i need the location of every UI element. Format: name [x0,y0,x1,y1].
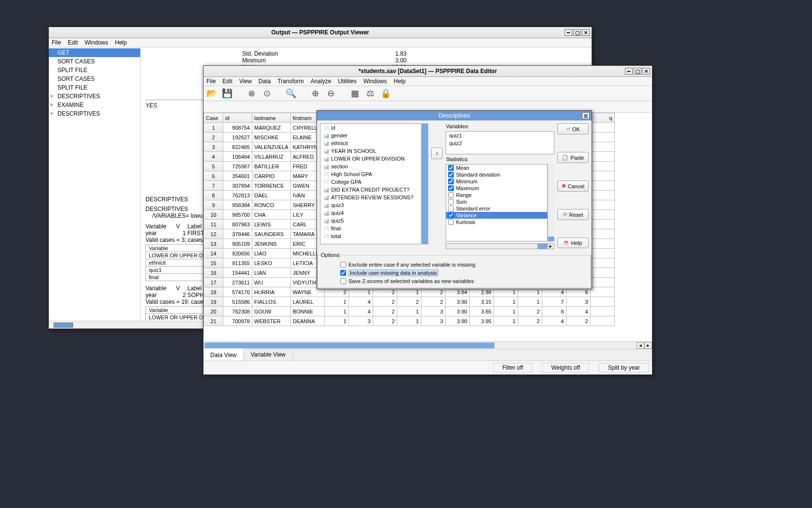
move-variable-button[interactable]: › [431,148,443,159]
go-to-case-icon[interactable]: ⊗ [246,88,257,99]
option-item[interactable]: Exclude entire case if any selected vari… [321,261,588,269]
option-checkbox[interactable] [340,270,346,276]
tree-item[interactable]: GET [49,48,140,57]
variable-item[interactable]: 📄final [320,224,421,232]
stat-item[interactable]: Mean [446,164,547,171]
weights-status: Weights off [542,363,589,373]
stat-item[interactable]: Range [446,192,547,198]
stat-item[interactable]: Sum [446,198,547,205]
reset-button[interactable]: ⟳Reset [557,209,589,220]
insert-variable-icon[interactable]: ⊖ [325,88,336,99]
selected-variables-list[interactable]: quiz1quiz2 [446,131,554,154]
option-item[interactable]: Include user-missing data in analysis [321,269,588,277]
close-icon[interactable]: ✕ [642,68,650,75]
option-item[interactable]: Save Z-scores of selected variables as n… [321,277,588,285]
stat-checkbox[interactable] [448,172,454,178]
tree-item[interactable]: DESCRIPTIVES [49,92,140,101]
variable-item[interactable]: 📄High School GPA [320,170,421,178]
stat-checkbox[interactable] [448,212,454,218]
value-labels-icon[interactable]: 🔒 [380,88,391,99]
stat-item[interactable]: Kurtosis [446,219,547,225]
cancel-button[interactable]: ✖Cancel [557,180,589,192]
menu-edit[interactable]: Edit [68,39,78,46]
find-icon[interactable]: 🔍 [286,88,296,99]
maximize-icon[interactable]: ▢ [634,68,641,75]
menu-file[interactable]: File [206,78,216,85]
tree-item[interactable]: DESCRIPTIVES [49,109,140,118]
stat-item[interactable]: Standard error [446,205,547,212]
variable-item[interactable]: 📊gender [320,132,421,139]
weight-cases-icon[interactable]: ⚖ [365,88,376,99]
variable-item[interactable]: 📊YEAR IN SCHOOL [320,147,421,155]
help-button[interactable]: ⛑Help [557,238,589,248]
option-checkbox[interactable] [340,278,346,284]
menu-file[interactable]: File [52,39,61,46]
stat-checkbox[interactable] [448,192,454,198]
split-file-icon[interactable]: ▦ [349,88,360,99]
tab-variable-view[interactable]: Variable View [244,349,292,360]
selected-variable[interactable]: quiz2 [446,139,553,147]
variable-item[interactable]: 📊quiz5 [320,217,421,224]
document-icon: 📄 [323,172,329,177]
menu-utilities[interactable]: Utilities [338,78,357,85]
tree-item[interactable]: SORT CASES [49,75,140,83]
document-icon: 📄 [323,179,329,185]
menu-windows[interactable]: Windows [85,39,108,46]
variable-item[interactable]: 📊DID EXTRA CREDIT PROJECT? [320,186,421,194]
stat-checkbox[interactable] [448,185,454,191]
stat-item[interactable]: Maximum [446,185,547,192]
output-titlebar[interactable]: Output — PSPPPIRE Output Viewer ━ ▢ ✕ [49,27,592,38]
stat-checkbox[interactable] [448,165,454,171]
save-icon[interactable]: 💾 [222,88,232,99]
stat-item[interactable]: Variance [446,212,547,219]
tree-item[interactable]: EXAMINE [49,101,140,109]
variable-item[interactable]: 📊quiz4 [320,209,421,217]
stat-item[interactable]: Minimum [446,178,547,185]
variable-item[interactable]: 📄id [320,124,421,132]
menu-data[interactable]: Data [259,78,271,85]
variable-item[interactable]: 📊section [320,163,421,170]
option-checkbox[interactable] [340,262,346,268]
data-hscrollbar[interactable]: ◄► [203,341,652,349]
output-tree[interactable]: GETSORT CASESSPLIT FILESORT CASESSPLIT F… [49,47,141,321]
stat-checkbox[interactable] [448,199,454,205]
variable-item[interactable]: 📊ethnicit [320,139,421,147]
stat-checkbox[interactable] [448,179,454,184]
document-icon: 📄 [323,125,329,131]
dialog-titlebar[interactable]: Descriptives ⊠ [317,111,592,120]
insert-case-icon[interactable]: ⊕ [310,88,320,99]
close-icon[interactable]: ⊠ [582,112,590,119]
variable-item[interactable]: 📄total [320,232,421,240]
open-icon[interactable]: 📂 [206,88,217,99]
variable-item[interactable]: 📊ATTENDED REVIEW SESSIONS? [320,194,421,201]
tree-item[interactable]: SPLIT FILE [49,66,140,75]
menu-transform[interactable]: Transform [277,78,304,85]
stat-checkbox[interactable] [448,219,454,225]
available-variables-list[interactable]: 📄id📊gender📊ethnicit📊YEAR IN SCHOOL📊LOWER… [320,123,421,244]
variable-item[interactable]: 📊quiz3 [320,201,421,209]
menu-edit[interactable]: Edit [222,78,232,85]
menu-help[interactable]: Help [393,78,406,85]
maximize-icon[interactable]: ▢ [573,29,581,36]
tab-data-view[interactable]: Data View [203,349,244,360]
menu-analyze[interactable]: Analyze [310,78,331,85]
stat-item[interactable]: Standard deviation [446,171,547,178]
minimize-icon[interactable]: ━ [625,68,633,75]
variable-item[interactable]: 📊LOWER OR UPPER DIVISION [320,155,421,163]
tree-item[interactable]: SPLIT FILE [49,83,140,92]
close-icon[interactable]: ✕ [582,29,590,36]
paste-button[interactable]: 📋Paste [557,152,589,163]
menu-windows[interactable]: Windows [363,78,387,85]
tree-item[interactable]: SORT CASES [49,57,140,66]
selected-variable[interactable]: quiz1 [446,132,553,139]
variable-item[interactable]: 📄College GPA [320,178,421,186]
menu-help[interactable]: Help [115,39,127,46]
stat-checkbox[interactable] [448,206,454,211]
statistics-list[interactable]: MeanStandard deviationMinimumMaximumRang… [446,164,547,241]
data-titlebar[interactable]: *students.sav [DataSet1] — PSPPPIRE Data… [203,66,652,77]
document-icon: 📄 [323,226,329,231]
go-to-variable-icon[interactable]: ⊙ [261,88,272,99]
minimize-icon[interactable]: ━ [565,29,572,36]
menu-view[interactable]: View [239,78,252,85]
ok-button[interactable]: ⤶OK [557,123,589,134]
